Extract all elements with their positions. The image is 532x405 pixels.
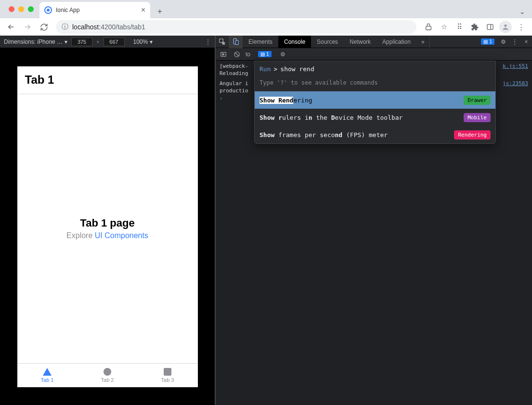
command-category-tag: Rendering bbox=[454, 130, 491, 139]
devtools-tab-sources[interactable]: Sources bbox=[311, 36, 344, 48]
svg-line-13 bbox=[235, 52, 239, 56]
close-window-button[interactable] bbox=[9, 6, 14, 12]
app-tab-bar: Tab 1 Tab 2 Tab 3 bbox=[17, 363, 198, 387]
square-icon bbox=[163, 367, 172, 376]
devtools-tabs: Elements Console Sources Network Applica… bbox=[216, 36, 532, 48]
devtools-issues-badge[interactable]: ▤ 1 bbox=[481, 38, 494, 45]
devtools-settings-icon[interactable]: ⚙ bbox=[497, 36, 509, 48]
command-category-tag: Mobile bbox=[464, 113, 491, 122]
svg-point-5 bbox=[104, 368, 111, 376]
svg-rect-1 bbox=[487, 25, 493, 30]
app-tab-3[interactable]: Tab 3 bbox=[138, 364, 198, 387]
command-palette-item[interactable]: Show frames per second (FPS) meter Rende… bbox=[255, 126, 495, 143]
command-palette: Run >show rend Type '?' to see available… bbox=[254, 61, 496, 144]
device-canvas: Tab 1 Tab 1 page Explore UI Components T… bbox=[0, 48, 215, 405]
window-controls bbox=[4, 0, 39, 18]
app-tab-1[interactable]: Tab 1 bbox=[17, 364, 78, 387]
console-sidebar-toggle-icon[interactable] bbox=[219, 50, 228, 59]
svg-rect-0 bbox=[426, 26, 431, 30]
device-width-input[interactable] bbox=[71, 38, 92, 46]
app-header: Tab 1 bbox=[17, 66, 198, 94]
svg-rect-9 bbox=[236, 40, 239, 45]
console-output[interactable]: [webpack-k.js:551 Reloading Angular ijs:… bbox=[216, 61, 532, 405]
profile-avatar[interactable] bbox=[498, 20, 513, 34]
console-context-dropdown[interactable]: to bbox=[246, 51, 250, 58]
command-category-tag: Drawer bbox=[464, 96, 491, 105]
app-viewport: Tab 1 Tab 1 page Explore UI Components T… bbox=[17, 66, 198, 387]
new-tab-button[interactable]: + bbox=[153, 5, 167, 18]
device-height-input[interactable] bbox=[104, 38, 125, 46]
device-zoom-dropdown[interactable]: 100% ▾ bbox=[133, 38, 153, 45]
circle-icon bbox=[103, 367, 112, 376]
command-palette-input[interactable]: Run >show rend bbox=[255, 61, 495, 76]
command-item-label: Show Rendering bbox=[260, 97, 312, 104]
content-title: Tab 1 page bbox=[80, 217, 134, 229]
device-mode-pane: Dimensions: iPhone …▾ × 100% ▾ ⋮ Tab 1 T… bbox=[0, 36, 215, 405]
command-palette-item[interactable]: Show Rendering Drawer bbox=[255, 91, 495, 109]
command-item-label: Show rulers in the Device Mode toolbar bbox=[260, 114, 402, 121]
svg-rect-6 bbox=[164, 368, 171, 376]
share-icon[interactable] bbox=[421, 20, 436, 34]
app-header-title: Tab 1 bbox=[25, 73, 54, 87]
browser-chrome: Ionic App × + ⌄ ⓘ localhost:4200/tabs/ta… bbox=[0, 0, 532, 36]
inspect-element-icon[interactable] bbox=[216, 36, 229, 48]
extensions-puzzle-icon[interactable] bbox=[467, 20, 482, 34]
main-split: Dimensions: iPhone …▾ × 100% ▾ ⋮ Tab 1 T… bbox=[0, 36, 532, 405]
tab-strip: Ionic App × + ⌄ bbox=[0, 0, 532, 18]
triangle-icon bbox=[42, 367, 52, 376]
console-source-link[interactable]: js:23583 bbox=[503, 80, 528, 87]
devtools-tab-network[interactable]: Network bbox=[344, 36, 376, 48]
command-item-label: Show frames per second (FPS) meter bbox=[260, 131, 388, 139]
extension-icon[interactable]: ⠿ bbox=[452, 20, 467, 34]
bookmark-icon[interactable]: ☆ bbox=[437, 20, 451, 34]
back-button[interactable] bbox=[4, 20, 18, 34]
maximize-window-button[interactable] bbox=[28, 6, 34, 12]
dimension-separator: × bbox=[96, 39, 99, 45]
device-toolbar-more-icon[interactable]: ⋮ bbox=[205, 38, 211, 45]
site-info-icon[interactable]: ⓘ bbox=[62, 23, 68, 31]
devtools-tab-console[interactable]: Console bbox=[278, 36, 311, 48]
browser-toolbar: ⓘ localhost:4200/tabs/tab1 ☆ ⠿ ⋮ bbox=[0, 18, 532, 36]
browser-tab[interactable]: Ionic App × bbox=[39, 2, 150, 18]
app-content: Tab 1 page Explore UI Components bbox=[17, 94, 198, 363]
console-toolbar: to ▤ 1 ⚙ bbox=[216, 48, 532, 61]
devtools-close-icon[interactable]: × bbox=[520, 36, 532, 48]
app-tab-2[interactable]: Tab 2 bbox=[78, 364, 138, 387]
minimize-window-button[interactable] bbox=[18, 6, 24, 12]
toggle-device-toolbar-icon[interactable] bbox=[229, 36, 243, 48]
devtools-tabs-overflow-icon[interactable]: » bbox=[416, 36, 430, 48]
side-panel-icon[interactable] bbox=[483, 20, 497, 34]
url: localhost:4200/tabs/tab1 bbox=[72, 23, 145, 31]
forward-button[interactable] bbox=[20, 20, 35, 34]
svg-marker-4 bbox=[43, 368, 52, 376]
svg-marker-11 bbox=[222, 53, 224, 55]
device-dimensions-dropdown[interactable]: Dimensions: iPhone …▾ bbox=[4, 38, 67, 45]
command-palette-item[interactable]: Show rulers in the Device Mode toolbar M… bbox=[255, 109, 495, 126]
tab-overflow-icon[interactable]: ⌄ bbox=[519, 8, 525, 18]
devtools-tab-elements[interactable]: Elements bbox=[243, 36, 278, 48]
ui-components-link[interactable]: UI Components bbox=[95, 231, 148, 240]
toolbar-actions: ☆ ⠿ ⋮ bbox=[421, 20, 528, 34]
console-source-link[interactable]: k.js:551 bbox=[503, 63, 528, 69]
devtools-more-icon[interactable]: ⋮ bbox=[509, 36, 520, 48]
devtools-tab-application[interactable]: Application bbox=[376, 36, 416, 48]
console-settings-icon[interactable]: ⚙ bbox=[278, 50, 288, 59]
device-toolbar: Dimensions: iPhone …▾ × 100% ▾ ⋮ bbox=[0, 36, 215, 48]
devtools-pane: Elements Console Sources Network Applica… bbox=[215, 36, 532, 405]
command-palette-hint: Type '?' to see available commands bbox=[255, 76, 495, 91]
address-bar[interactable]: ⓘ localhost:4200/tabs/tab1 bbox=[56, 20, 416, 34]
ionic-favicon-icon bbox=[44, 6, 52, 14]
content-subtitle: Explore UI Components bbox=[66, 231, 148, 240]
tab-close-icon[interactable]: × bbox=[141, 6, 145, 14]
tab-title: Ionic App bbox=[56, 7, 79, 13]
reload-button[interactable] bbox=[37, 20, 51, 34]
svg-point-3 bbox=[504, 25, 506, 27]
console-clear-icon[interactable] bbox=[232, 50, 242, 59]
console-issues-badge[interactable]: ▤ 1 bbox=[258, 51, 272, 57]
chrome-menu-icon[interactable]: ⋮ bbox=[514, 20, 528, 34]
